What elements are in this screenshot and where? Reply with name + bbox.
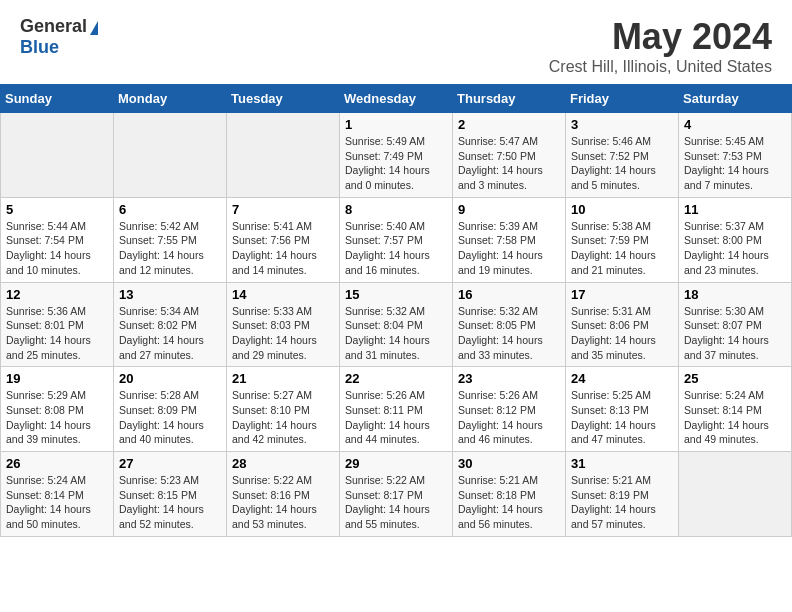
day-info: Sunrise: 5:22 AMSunset: 8:17 PMDaylight:… <box>345 473 447 532</box>
calendar-cell <box>227 113 340 198</box>
day-number: 11 <box>684 202 786 217</box>
day-number: 8 <box>345 202 447 217</box>
calendar-cell: 27Sunrise: 5:23 AMSunset: 8:15 PMDayligh… <box>114 452 227 537</box>
day-number: 17 <box>571 287 673 302</box>
calendar-cell: 12Sunrise: 5:36 AMSunset: 8:01 PMDayligh… <box>1 282 114 367</box>
calendar-cell: 14Sunrise: 5:33 AMSunset: 8:03 PMDayligh… <box>227 282 340 367</box>
calendar-cell: 7Sunrise: 5:41 AMSunset: 7:56 PMDaylight… <box>227 197 340 282</box>
calendar-cell: 3Sunrise: 5:46 AMSunset: 7:52 PMDaylight… <box>566 113 679 198</box>
day-number: 24 <box>571 371 673 386</box>
day-number: 10 <box>571 202 673 217</box>
day-info: Sunrise: 5:27 AMSunset: 8:10 PMDaylight:… <box>232 388 334 447</box>
day-info: Sunrise: 5:26 AMSunset: 8:11 PMDaylight:… <box>345 388 447 447</box>
calendar-cell: 20Sunrise: 5:28 AMSunset: 8:09 PMDayligh… <box>114 367 227 452</box>
day-number: 15 <box>345 287 447 302</box>
calendar-cell: 18Sunrise: 5:30 AMSunset: 8:07 PMDayligh… <box>679 282 792 367</box>
calendar-week-3: 12Sunrise: 5:36 AMSunset: 8:01 PMDayligh… <box>1 282 792 367</box>
calendar-week-5: 26Sunrise: 5:24 AMSunset: 8:14 PMDayligh… <box>1 452 792 537</box>
calendar-cell: 16Sunrise: 5:32 AMSunset: 8:05 PMDayligh… <box>453 282 566 367</box>
calendar-header-friday: Friday <box>566 85 679 113</box>
calendar-header-thursday: Thursday <box>453 85 566 113</box>
day-info: Sunrise: 5:44 AMSunset: 7:54 PMDaylight:… <box>6 219 108 278</box>
day-number: 18 <box>684 287 786 302</box>
calendar-cell: 6Sunrise: 5:42 AMSunset: 7:55 PMDaylight… <box>114 197 227 282</box>
day-info: Sunrise: 5:21 AMSunset: 8:19 PMDaylight:… <box>571 473 673 532</box>
day-info: Sunrise: 5:22 AMSunset: 8:16 PMDaylight:… <box>232 473 334 532</box>
calendar-cell: 8Sunrise: 5:40 AMSunset: 7:57 PMDaylight… <box>340 197 453 282</box>
day-number: 19 <box>6 371 108 386</box>
day-number: 28 <box>232 456 334 471</box>
logo: General Blue <box>20 16 98 58</box>
day-info: Sunrise: 5:47 AMSunset: 7:50 PMDaylight:… <box>458 134 560 193</box>
day-info: Sunrise: 5:46 AMSunset: 7:52 PMDaylight:… <box>571 134 673 193</box>
calendar-cell: 19Sunrise: 5:29 AMSunset: 8:08 PMDayligh… <box>1 367 114 452</box>
calendar-header-monday: Monday <box>114 85 227 113</box>
calendar-cell <box>679 452 792 537</box>
day-number: 16 <box>458 287 560 302</box>
calendar-week-1: 1Sunrise: 5:49 AMSunset: 7:49 PMDaylight… <box>1 113 792 198</box>
calendar-cell <box>1 113 114 198</box>
calendar-cell: 1Sunrise: 5:49 AMSunset: 7:49 PMDaylight… <box>340 113 453 198</box>
day-number: 23 <box>458 371 560 386</box>
day-number: 25 <box>684 371 786 386</box>
day-number: 21 <box>232 371 334 386</box>
calendar-header-tuesday: Tuesday <box>227 85 340 113</box>
day-info: Sunrise: 5:49 AMSunset: 7:49 PMDaylight:… <box>345 134 447 193</box>
day-number: 29 <box>345 456 447 471</box>
day-info: Sunrise: 5:23 AMSunset: 8:15 PMDaylight:… <box>119 473 221 532</box>
day-number: 6 <box>119 202 221 217</box>
day-number: 13 <box>119 287 221 302</box>
day-info: Sunrise: 5:30 AMSunset: 8:07 PMDaylight:… <box>684 304 786 363</box>
day-number: 22 <box>345 371 447 386</box>
calendar-cell: 24Sunrise: 5:25 AMSunset: 8:13 PMDayligh… <box>566 367 679 452</box>
day-number: 31 <box>571 456 673 471</box>
day-number: 20 <box>119 371 221 386</box>
day-number: 27 <box>119 456 221 471</box>
day-info: Sunrise: 5:29 AMSunset: 8:08 PMDaylight:… <box>6 388 108 447</box>
day-info: Sunrise: 5:24 AMSunset: 8:14 PMDaylight:… <box>684 388 786 447</box>
calendar-cell: 10Sunrise: 5:38 AMSunset: 7:59 PMDayligh… <box>566 197 679 282</box>
page-header: General Blue May 2024 Crest Hill, Illino… <box>0 0 792 84</box>
calendar-cell: 11Sunrise: 5:37 AMSunset: 8:00 PMDayligh… <box>679 197 792 282</box>
calendar-cell: 22Sunrise: 5:26 AMSunset: 8:11 PMDayligh… <box>340 367 453 452</box>
calendar-cell: 13Sunrise: 5:34 AMSunset: 8:02 PMDayligh… <box>114 282 227 367</box>
day-info: Sunrise: 5:41 AMSunset: 7:56 PMDaylight:… <box>232 219 334 278</box>
calendar-header-row: SundayMondayTuesdayWednesdayThursdayFrid… <box>1 85 792 113</box>
logo-text-blue: Blue <box>20 37 59 58</box>
day-info: Sunrise: 5:38 AMSunset: 7:59 PMDaylight:… <box>571 219 673 278</box>
title-area: May 2024 Crest Hill, Illinois, United St… <box>549 16 772 76</box>
day-number: 5 <box>6 202 108 217</box>
day-info: Sunrise: 5:33 AMSunset: 8:03 PMDaylight:… <box>232 304 334 363</box>
day-info: Sunrise: 5:45 AMSunset: 7:53 PMDaylight:… <box>684 134 786 193</box>
calendar-cell: 23Sunrise: 5:26 AMSunset: 8:12 PMDayligh… <box>453 367 566 452</box>
calendar-cell: 31Sunrise: 5:21 AMSunset: 8:19 PMDayligh… <box>566 452 679 537</box>
day-info: Sunrise: 5:39 AMSunset: 7:58 PMDaylight:… <box>458 219 560 278</box>
calendar-header-sunday: Sunday <box>1 85 114 113</box>
day-info: Sunrise: 5:28 AMSunset: 8:09 PMDaylight:… <box>119 388 221 447</box>
calendar-cell: 4Sunrise: 5:45 AMSunset: 7:53 PMDaylight… <box>679 113 792 198</box>
day-info: Sunrise: 5:32 AMSunset: 8:05 PMDaylight:… <box>458 304 560 363</box>
day-number: 7 <box>232 202 334 217</box>
calendar-cell: 30Sunrise: 5:21 AMSunset: 8:18 PMDayligh… <box>453 452 566 537</box>
day-number: 4 <box>684 117 786 132</box>
calendar-cell: 2Sunrise: 5:47 AMSunset: 7:50 PMDaylight… <box>453 113 566 198</box>
calendar-cell: 25Sunrise: 5:24 AMSunset: 8:14 PMDayligh… <box>679 367 792 452</box>
calendar-cell: 29Sunrise: 5:22 AMSunset: 8:17 PMDayligh… <box>340 452 453 537</box>
day-info: Sunrise: 5:24 AMSunset: 8:14 PMDaylight:… <box>6 473 108 532</box>
logo-text-general: General <box>20 16 87 37</box>
calendar-cell: 28Sunrise: 5:22 AMSunset: 8:16 PMDayligh… <box>227 452 340 537</box>
subtitle: Crest Hill, Illinois, United States <box>549 58 772 76</box>
day-number: 30 <box>458 456 560 471</box>
day-number: 14 <box>232 287 334 302</box>
calendar-week-2: 5Sunrise: 5:44 AMSunset: 7:54 PMDaylight… <box>1 197 792 282</box>
day-info: Sunrise: 5:31 AMSunset: 8:06 PMDaylight:… <box>571 304 673 363</box>
calendar-week-4: 19Sunrise: 5:29 AMSunset: 8:08 PMDayligh… <box>1 367 792 452</box>
day-info: Sunrise: 5:37 AMSunset: 8:00 PMDaylight:… <box>684 219 786 278</box>
day-info: Sunrise: 5:32 AMSunset: 8:04 PMDaylight:… <box>345 304 447 363</box>
calendar-cell: 26Sunrise: 5:24 AMSunset: 8:14 PMDayligh… <box>1 452 114 537</box>
main-title: May 2024 <box>549 16 772 58</box>
calendar-cell: 5Sunrise: 5:44 AMSunset: 7:54 PMDaylight… <box>1 197 114 282</box>
day-info: Sunrise: 5:25 AMSunset: 8:13 PMDaylight:… <box>571 388 673 447</box>
day-number: 3 <box>571 117 673 132</box>
calendar-header-saturday: Saturday <box>679 85 792 113</box>
